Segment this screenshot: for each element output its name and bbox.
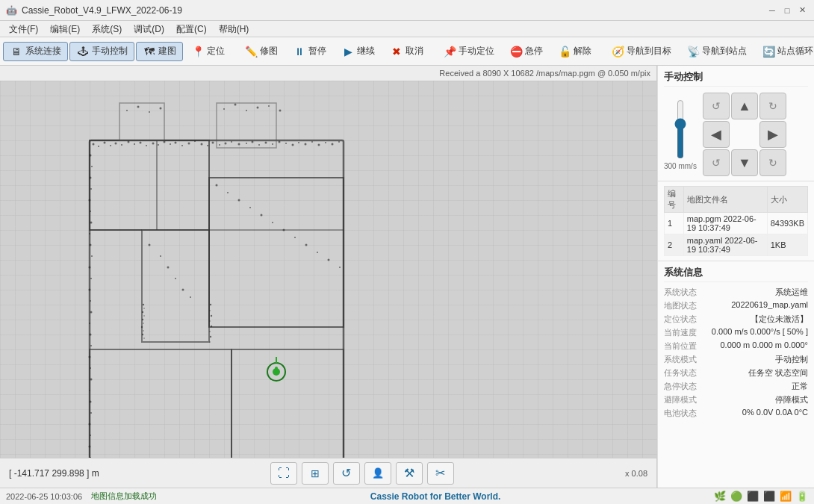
btn-release[interactable]: 🔓 解除: [551, 42, 598, 61]
svg-point-52: [90, 155, 92, 157]
menu-help[interactable]: 帮助(H): [213, 21, 255, 37]
manual-control-panel: 手动控制 300 mm/s ↺ ▲ ↻ ◀ ▶ ↺ ▼: [658, 66, 814, 181]
dpad-rotate-right-2[interactable]: ↻: [759, 149, 786, 176]
svg-point-30: [201, 143, 203, 146]
btn-system-connect[interactable]: 🖥 系统连接: [3, 42, 68, 61]
map-tool-reset[interactable]: ↺: [333, 462, 360, 485]
file-row-2[interactable]: 2 map.yaml 2022-06-19 10:37:49 1KB: [665, 234, 808, 256]
btn-locate[interactable]: 📍 定位: [184, 42, 232, 61]
info-avoid-mode: 避障模式 停障模式: [664, 394, 808, 405]
map-tool-fit[interactable]: ⊞: [302, 462, 329, 485]
speed-slider[interactable]: [673, 99, 688, 159]
btn-resume[interactable]: ▶ 继续: [335, 42, 382, 61]
svg-point-129: [257, 107, 259, 109]
map-scale: x 0.08: [625, 469, 647, 478]
menu-system[interactable]: 系统(S): [86, 21, 128, 37]
dpad-right[interactable]: ▶: [759, 121, 786, 148]
info-current-pos-value: 0.000 m 0.000 m 0.000°: [703, 340, 808, 352]
map-area[interactable]: Received a 8090 X 10682 /maps/map.pgm @ …: [0, 66, 657, 488]
svg-point-95: [305, 244, 308, 246]
svg-point-86: [190, 296, 191, 298]
menu-config[interactable]: 配置(C): [170, 21, 213, 37]
btn-pause-label: 暂停: [308, 45, 326, 57]
info-current-pos: 当前位置 0.000 m 0.000 m 0.000°: [664, 340, 808, 352]
btn-estop-label: 急停: [525, 45, 543, 57]
btn-manual-locate[interactable]: 📌 手动定位: [436, 42, 501, 61]
map-tool-fullscreen[interactable]: ⛶: [270, 462, 297, 485]
maximize-button[interactable]: □: [781, 4, 793, 16]
status-icon-battery: 🔋: [796, 491, 808, 502]
dpad-down[interactable]: ▼: [731, 149, 758, 176]
svg-point-153: [275, 367, 278, 370]
btn-edit-map[interactable]: ✏️ 修图: [237, 42, 285, 61]
info-system-status-label: 系统状态: [664, 287, 703, 298]
statusbar-center: Cassie Robot for Better World.: [370, 491, 500, 502]
map-walls: [0, 81, 656, 458]
menu-file[interactable]: 文件(F): [3, 21, 44, 37]
file-row-1[interactable]: 1 map.pgm 2022-06-19 10:37:49 84393KB: [665, 213, 808, 234]
svg-point-143: [209, 310, 211, 311]
btn-manual-control[interactable]: 🕹 手动控制: [69, 42, 134, 61]
dpad: ↺ ▲ ↻ ◀ ▶ ↺ ▼ ↻: [703, 93, 786, 176]
dpad-up[interactable]: ▲: [731, 93, 758, 119]
svg-point-16: [115, 143, 117, 145]
svg-point-135: [143, 315, 145, 317]
svg-point-67: [89, 323, 90, 324]
svg-point-32: [212, 142, 214, 144]
statusbar: 2022-06-25 10:03:06 地图信息加载成功 Cassie Robo…: [0, 488, 814, 504]
btn-nav-station[interactable]: 📡 导航到站点: [680, 42, 754, 61]
svg-point-59: [89, 233, 90, 234]
map-tool-robot[interactable]: 👤: [364, 462, 391, 485]
info-locate-status-label: 定位状态: [664, 314, 703, 325]
menu-edit[interactable]: 编辑(E): [44, 21, 86, 37]
svg-point-142: [210, 304, 211, 305]
btn-station-loop[interactable]: 🔄 站点循环: [755, 42, 814, 61]
btn-cancel[interactable]: ✖ 取消: [383, 42, 430, 61]
dpad-rotate-right[interactable]: ↻: [759, 93, 786, 119]
btn-pause[interactable]: ⏸ 暂停: [286, 42, 333, 61]
svg-point-49: [325, 142, 326, 143]
svg-point-138: [141, 326, 143, 328]
nav-target-icon: 🧭: [611, 45, 624, 58]
dpad-rotate-left[interactable]: ↺: [703, 93, 730, 119]
svg-point-93: [283, 229, 285, 231]
svg-point-96: [317, 252, 318, 253]
svg-point-18: [128, 141, 130, 143]
file-id-2: 2: [665, 234, 684, 256]
main-content: Received a 8090 X 10682 /maps/map.pgm @ …: [0, 66, 814, 488]
svg-rect-4: [90, 349, 232, 458]
mapping-icon: 🗺: [143, 45, 156, 58]
btn-mapping[interactable]: 🗺 建图: [136, 42, 183, 61]
dpad-rotate-left-2[interactable]: ↺: [703, 149, 730, 176]
btn-edit-map-label: 修图: [260, 45, 278, 57]
system-info-title: 系统信息: [664, 266, 808, 282]
svg-point-94: [294, 237, 296, 238]
col-name: 地图文件名: [683, 187, 767, 213]
map-tool-cut[interactable]: ✂: [427, 462, 454, 485]
btn-nav-target[interactable]: 🧭 导航到目标: [604, 42, 678, 61]
close-button[interactable]: ✕: [796, 4, 808, 16]
svg-point-55: [90, 188, 92, 190]
system-connect-icon: 🖥: [10, 45, 23, 58]
minimize-button[interactable]: ─: [766, 4, 778, 16]
info-system-mode-value: 手动控制: [703, 354, 808, 365]
reset-icon: ↺: [341, 466, 351, 480]
svg-point-25: [170, 143, 171, 145]
info-current-pos-label: 当前位置: [664, 340, 703, 352]
app-icon: 🤖: [6, 5, 17, 16]
btn-release-label: 解除: [574, 45, 591, 57]
locate-icon: 📍: [191, 45, 205, 58]
dpad-left[interactable]: ◀: [703, 121, 730, 148]
info-battery-value: 0% 0.0V 0.0A 0°C: [703, 408, 808, 419]
svg-point-148: [210, 336, 211, 337]
svg-point-84: [175, 278, 176, 279]
svg-point-39: [258, 144, 260, 146]
svg-point-51: [338, 141, 340, 143]
speed-value: 300 mm/s: [664, 162, 697, 170]
svg-point-78: [89, 446, 91, 448]
info-task-status-label: 任务状态: [664, 367, 703, 379]
svg-point-140: [142, 334, 143, 335]
menu-debug[interactable]: 调试(D): [128, 21, 170, 37]
btn-estop[interactable]: ⛔ 急停: [503, 42, 550, 61]
map-tool-tools[interactable]: ⚒: [396, 462, 423, 485]
